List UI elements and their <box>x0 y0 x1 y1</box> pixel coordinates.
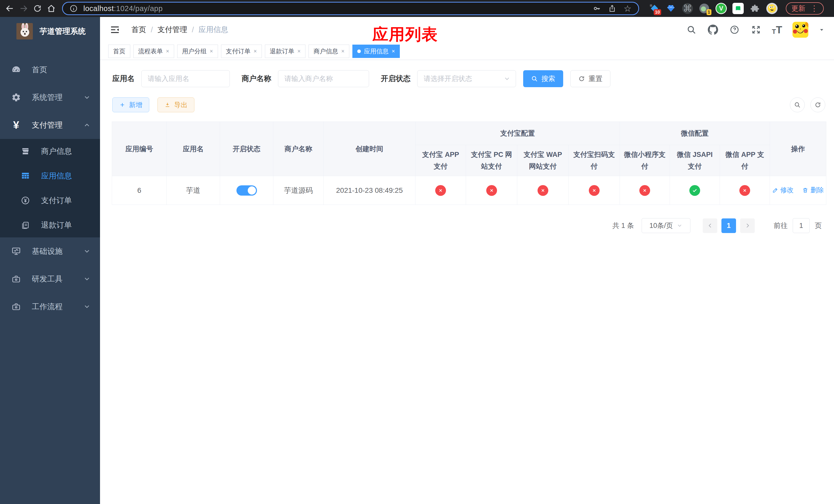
bookmark-star-icon[interactable]: ☆ <box>622 4 633 13</box>
status-toggle[interactable] <box>237 185 257 196</box>
sidebar-item-refund-order[interactable]: 退款订单 <box>0 213 100 237</box>
refresh-table-button[interactable] <box>810 97 825 112</box>
chevron-down-icon <box>503 75 511 82</box>
sidebar-item-workflow[interactable]: 工作流程 <box>0 293 100 320</box>
tab-home[interactable]: 首页 <box>108 45 130 58</box>
url-text: localhost:1024/pay/app <box>83 4 162 13</box>
sidebar-menu: 首页 系统管理 ¥ 支付管理 商户信息 <box>0 56 100 320</box>
close-icon[interactable]: × <box>210 48 213 54</box>
ext-book-icon[interactable] <box>732 3 744 14</box>
alipay-qr-status-icon <box>589 185 599 196</box>
back-icon[interactable] <box>4 3 15 14</box>
tab-user-group[interactable]: 用户分组× <box>177 45 218 58</box>
close-icon[interactable]: × <box>341 48 345 54</box>
delete-link[interactable]: 删除 <box>802 186 824 194</box>
refresh-icon <box>578 75 585 82</box>
download-icon <box>164 102 171 108</box>
reset-button[interactable]: 重置 <box>570 70 610 87</box>
sidebar-item-pay[interactable]: ¥ 支付管理 <box>0 111 100 139</box>
avatar[interactable] <box>792 22 808 38</box>
sidebar-item-home[interactable]: 首页 <box>0 56 100 84</box>
goto-page: 前往 页 <box>774 218 822 233</box>
col-app-id: 应用编号 <box>112 122 167 176</box>
col-wx-app: 微信 APP 支付 <box>720 145 770 176</box>
breadcrumb-pay[interactable]: 支付管理 <box>157 25 187 35</box>
help-icon[interactable] <box>729 24 740 36</box>
close-icon[interactable]: × <box>166 48 169 54</box>
app-name-input[interactable] <box>141 70 230 87</box>
table-row: 6 芋道 芋道源码 2021-10-23 08:49:25 <box>112 176 826 205</box>
reload-icon[interactable] <box>32 3 43 14</box>
sidebar-item-pay-order[interactable]: 支付订单 <box>0 188 100 213</box>
col-created: 创建时间 <box>324 122 415 176</box>
infra-icon <box>10 246 22 256</box>
search-button[interactable]: 搜索 <box>523 70 563 87</box>
show-search-button[interactable] <box>790 97 805 112</box>
tab-merchant-info[interactable]: 商户信息× <box>308 45 349 58</box>
key-icon[interactable] <box>591 4 602 13</box>
tab-app-info[interactable]: 应用信息× <box>352 45 400 58</box>
col-alipay-qr: 支付宝扫码支付 <box>569 145 620 176</box>
update-button[interactable]: 更新 ⋮ <box>786 2 824 15</box>
sidebar-item-infra[interactable]: 基础设施 <box>0 237 100 265</box>
ext-profile-icon[interactable]: 1 <box>699 3 710 14</box>
status-select[interactable]: 请选择开启状态 <box>417 70 516 87</box>
close-icon[interactable]: × <box>298 48 301 54</box>
prev-page-button[interactable] <box>703 219 717 233</box>
breadcrumb-home[interactable]: 首页 <box>131 25 146 35</box>
refresh-icon <box>814 101 821 108</box>
ext-emoji-icon[interactable] <box>766 3 777 14</box>
ext-v-icon[interactable]: V <box>716 3 727 14</box>
app-logo-row[interactable]: 芋道管理系统 <box>0 17 100 46</box>
col-merchant: 商户名称 <box>273 122 324 176</box>
font-size-icon[interactable]: TT <box>772 25 782 35</box>
group-alipay: 支付宝配置 <box>415 122 620 145</box>
chevron-left-icon <box>707 223 713 229</box>
page-annotation: 应用列表 <box>372 24 438 45</box>
wx-mini-status-icon <box>639 185 650 196</box>
refund-icon <box>20 221 31 229</box>
sidebar-item-devtools[interactable]: 研发工具 <box>0 265 100 293</box>
edit-link[interactable]: 修改 <box>772 186 794 194</box>
close-icon[interactable]: × <box>254 48 257 54</box>
merchant-name-input[interactable] <box>278 70 369 87</box>
fullscreen-icon[interactable] <box>750 24 762 36</box>
page-size-select[interactable]: 10条/页 <box>642 218 690 233</box>
ext-diamond-icon[interactable]: 10 <box>648 3 660 14</box>
tab-pay-order[interactable]: 支付订单× <box>221 45 262 58</box>
col-app-name: 应用名 <box>167 122 220 176</box>
group-wechat: 微信配置 <box>620 122 770 145</box>
grid-icon <box>20 171 31 181</box>
cell-created: 2021-10-23 08:49:25 <box>324 176 415 205</box>
sidebar-item-app-info[interactable]: 应用信息 <box>0 164 100 188</box>
add-button[interactable]: 新增 <box>112 97 149 112</box>
browser-menu-icon[interactable]: ⋮ <box>810 5 818 12</box>
sidebar-item-merchant-info[interactable]: 商户信息 <box>0 139 100 164</box>
tab-refund-order[interactable]: 退款订单× <box>265 45 306 58</box>
share-icon[interactable] <box>607 4 618 13</box>
collapse-sidebar-icon[interactable] <box>109 24 120 36</box>
next-page-button[interactable] <box>740 219 755 233</box>
ext-gem-icon[interactable] <box>665 3 677 14</box>
home-icon[interactable] <box>46 3 57 14</box>
close-icon[interactable]: × <box>392 48 395 54</box>
url-bar[interactable]: localhost:1024/pay/app ☆ <box>62 2 639 15</box>
app-table: 应用编号 应用名 开启状态 商户名称 创建时间 支付宝配置 微信配置 操作 支付… <box>112 121 826 205</box>
col-alipay-app: 支付宝 APP 支付 <box>415 145 466 176</box>
col-alipay-wap: 支付宝 WAP 网站支付 <box>517 145 569 176</box>
right-toolbar <box>790 97 825 112</box>
extensions-puzzle-icon[interactable] <box>749 3 761 14</box>
site-info-icon[interactable] <box>68 4 79 13</box>
sidebar-item-system[interactable]: 系统管理 <box>0 84 100 111</box>
goto-page-input[interactable] <box>793 218 810 233</box>
github-icon[interactable] <box>707 24 719 36</box>
tags-view-bar: 首页 流程表单× 用户分组× 支付订单× 退款订单× 商户信息× 应用信息× <box>100 43 834 60</box>
search-icon[interactable] <box>686 24 697 36</box>
forward-icon[interactable] <box>18 3 29 14</box>
ext-command-icon[interactable]: ⌘ <box>682 3 693 14</box>
tab-process-form[interactable]: 流程表单× <box>133 45 174 58</box>
navbar-actions: TT <box>686 22 825 38</box>
export-button[interactable]: 导出 <box>157 97 194 112</box>
caret-down-icon[interactable] <box>819 27 825 33</box>
page-number[interactable]: 1 <box>721 219 736 233</box>
